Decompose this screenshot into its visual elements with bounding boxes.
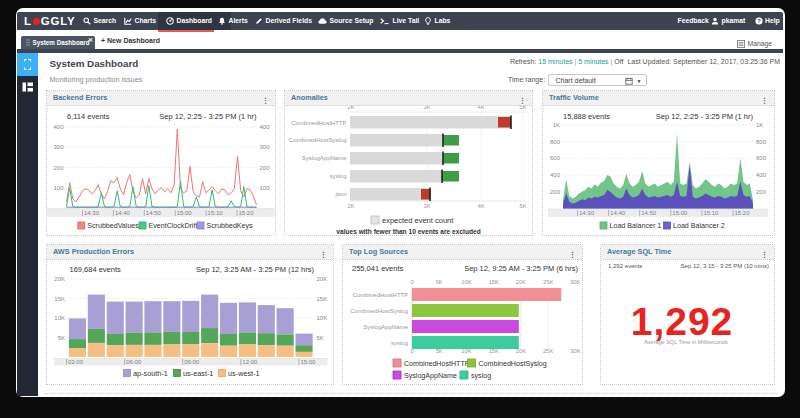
svg-text:syslog: syslog bbox=[391, 339, 408, 345]
svg-text:30K: 30K bbox=[570, 348, 580, 354]
svg-text:09:00: 09:00 bbox=[184, 359, 200, 365]
svg-text:syslog: syslog bbox=[471, 372, 491, 380]
svg-text:ap-south-1: ap-south-1 bbox=[133, 368, 168, 377]
svg-text:600: 600 bbox=[756, 155, 767, 161]
svg-text:600: 600 bbox=[550, 155, 561, 161]
svg-text:300: 300 bbox=[260, 144, 271, 150]
svg-text:5K: 5K bbox=[58, 334, 65, 340]
svg-text:us-east-1: us-east-1 bbox=[183, 368, 213, 377]
svg-text:15,888 events: 15,888 events bbox=[563, 112, 610, 121]
svg-text:400: 400 bbox=[756, 172, 767, 178]
svg-text:5K: 5K bbox=[519, 202, 526, 208]
svg-text:CombinedHostHTTP: CombinedHostHTTP bbox=[404, 360, 470, 368]
svg-text:800: 800 bbox=[550, 138, 561, 144]
svg-text:Average SQL Time in Millisecon: Average SQL Time in Milliseconds bbox=[644, 339, 728, 345]
svg-text:14:30: 14:30 bbox=[579, 210, 595, 216]
svg-text:values with fewer than 10 even: values with fewer than 10 events are exc… bbox=[336, 227, 480, 234]
svg-text:800: 800 bbox=[756, 138, 767, 144]
svg-text:10K: 10K bbox=[461, 278, 471, 284]
svg-text:4K: 4K bbox=[478, 202, 485, 208]
svg-text:25K: 25K bbox=[543, 348, 553, 354]
svg-text:CombinedHostHTTP: CombinedHostHTTP bbox=[291, 119, 346, 125]
svg-text:CombinedHostSyslog: CombinedHostSyslog bbox=[289, 137, 347, 143]
svg-text:14:40: 14:40 bbox=[115, 210, 131, 216]
svg-text:15K: 15K bbox=[54, 295, 65, 301]
svg-text:03:00: 03:00 bbox=[68, 359, 84, 365]
svg-text:Load Balancer 1: Load Balancer 1 bbox=[610, 222, 662, 230]
svg-text:06:00: 06:00 bbox=[126, 359, 142, 365]
svg-text:200: 200 bbox=[550, 188, 561, 194]
svg-text:1,292: 1,292 bbox=[631, 299, 734, 342]
svg-text:6,114 events: 6,114 events bbox=[67, 112, 110, 121]
svg-text:syslog: syslog bbox=[329, 173, 346, 179]
svg-text:14:50: 14:50 bbox=[641, 210, 657, 216]
svg-text:100: 100 bbox=[260, 184, 271, 190]
svg-text:15:00: 15:00 bbox=[300, 359, 316, 365]
svg-text:json: json bbox=[334, 191, 346, 197]
svg-text:30K: 30K bbox=[570, 278, 580, 284]
svg-text:20K: 20K bbox=[54, 276, 65, 282]
svg-text:400: 400 bbox=[260, 124, 271, 130]
svg-text:10K: 10K bbox=[317, 315, 328, 321]
svg-text:300: 300 bbox=[53, 144, 64, 150]
svg-text:Sep 12, 2:25 - 3:25 PM (1 hr): Sep 12, 2:25 - 3:25 PM (1 hr) bbox=[159, 112, 257, 121]
svg-text:?: ? bbox=[757, 18, 761, 24]
svg-text:15:00: 15:00 bbox=[177, 210, 193, 216]
svg-text:2K: 2K bbox=[347, 202, 354, 208]
svg-text:EventClockDrift: EventClockDrift bbox=[149, 222, 198, 230]
svg-text:SyslogAppName: SyslogAppName bbox=[302, 155, 347, 161]
svg-text:CombinedHostHTTP: CombinedHostHTTP bbox=[353, 291, 408, 297]
svg-text:5K: 5K bbox=[436, 278, 443, 284]
svg-text:15:10: 15:10 bbox=[703, 210, 719, 216]
svg-text:25K: 25K bbox=[543, 278, 553, 284]
svg-text:169,684 events: 169,684 events bbox=[70, 265, 122, 274]
svg-text:Sep 12, 3:25 AM - 3:25 PM (12: Sep 12, 3:25 AM - 3:25 PM (12 hrs) bbox=[196, 265, 314, 274]
svg-text:us-west-1: us-west-1 bbox=[228, 368, 260, 377]
svg-text:12:00: 12:00 bbox=[242, 359, 258, 365]
svg-text:100: 100 bbox=[53, 184, 64, 190]
svg-text:15:10: 15:10 bbox=[208, 210, 224, 216]
svg-text:ScrubbedValues: ScrubbedValues bbox=[87, 222, 139, 230]
svg-text:10K: 10K bbox=[54, 315, 65, 321]
svg-text:1K: 1K bbox=[756, 122, 763, 128]
svg-text:15:20: 15:20 bbox=[239, 210, 255, 216]
svg-text:SyslogAppName: SyslogAppName bbox=[363, 323, 408, 329]
svg-text:14:30: 14:30 bbox=[84, 210, 100, 216]
svg-text:Sep 12, 2:25 - 3:25 PM (1 hr): Sep 12, 2:25 - 3:25 PM (1 hr) bbox=[656, 112, 754, 121]
svg-text:SyslogAppName: SyslogAppName bbox=[404, 372, 457, 380]
svg-text:1K: 1K bbox=[553, 122, 560, 128]
svg-text:15K: 15K bbox=[489, 278, 499, 284]
svg-text:Sep 12, 9:25 AM - 3:25 PM (6: Sep 12, 9:25 AM - 3:25 PM (6 hrs) bbox=[464, 264, 578, 273]
svg-text:5K: 5K bbox=[317, 334, 324, 340]
svg-text:3K: 3K bbox=[424, 202, 431, 208]
svg-text:255,041 events: 255,041 events bbox=[352, 264, 404, 273]
svg-text:400: 400 bbox=[53, 124, 64, 130]
svg-text:2K: 2K bbox=[347, 106, 354, 110]
svg-text:20K: 20K bbox=[516, 278, 526, 284]
svg-text:200: 200 bbox=[756, 188, 767, 194]
svg-text:Sep 12, 3:15 - 3:25 PM (10 mi: Sep 12, 3:15 - 3:25 PM (10 mins) bbox=[681, 263, 769, 269]
svg-text:15:20: 15:20 bbox=[735, 210, 751, 216]
svg-text:1,292 events: 1,292 events bbox=[608, 263, 642, 269]
svg-text:CombinedHostSyslog: CombinedHostSyslog bbox=[350, 307, 408, 313]
svg-text:400: 400 bbox=[550, 172, 561, 178]
svg-text:ScrubbedKeys: ScrubbedKeys bbox=[207, 222, 254, 230]
svg-text:0: 0 bbox=[410, 278, 413, 284]
svg-text:expected event count: expected event count bbox=[382, 216, 454, 225]
svg-text:15K: 15K bbox=[317, 295, 328, 301]
svg-text:4K: 4K bbox=[478, 106, 485, 110]
svg-text:200: 200 bbox=[53, 164, 64, 170]
svg-text:3K: 3K bbox=[424, 106, 431, 110]
svg-text:200: 200 bbox=[260, 164, 271, 170]
svg-text:14:50: 14:50 bbox=[146, 210, 162, 216]
svg-text:14:40: 14:40 bbox=[610, 210, 626, 216]
svg-text:Load Balancer 2: Load Balancer 2 bbox=[673, 222, 725, 230]
svg-text:15:00: 15:00 bbox=[672, 210, 688, 216]
svg-text:20K: 20K bbox=[317, 276, 328, 282]
svg-text:CombinedHostSyslog: CombinedHostSyslog bbox=[479, 360, 547, 368]
